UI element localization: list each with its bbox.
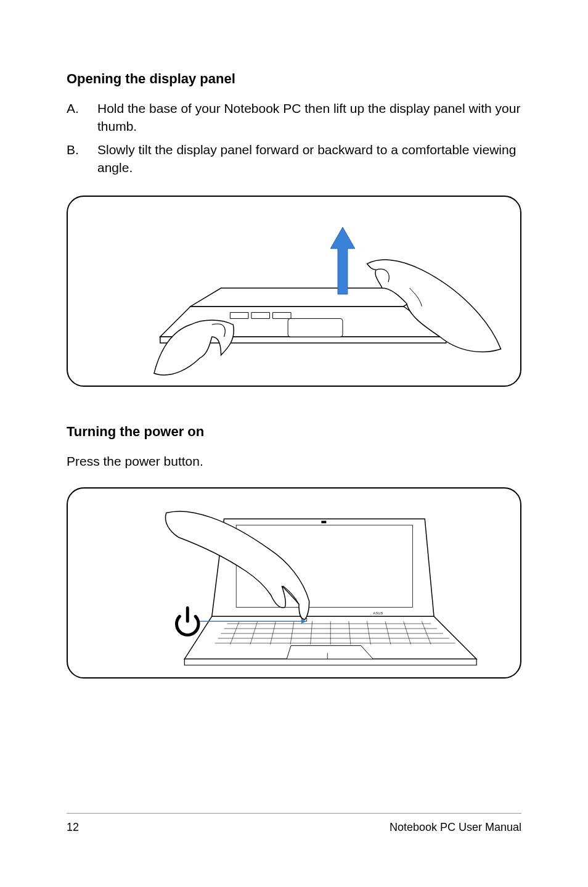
step-marker: B. [67,141,97,177]
opening-heading: Opening the display panel [67,71,521,87]
power-on-illustration: ASUS [67,487,521,679]
list-item: B. Slowly tilt the display panel forward… [67,141,521,177]
svg-rect-0 [288,318,343,337]
page-content: Opening the display panel A. Hold the ba… [0,0,588,679]
list-item: A. Hold the base of your Notebook PC the… [67,99,521,136]
opening-steps: A. Hold the base of your Notebook PC the… [67,99,521,177]
power-icon [174,608,201,635]
step-text: Hold the base of your Notebook PC then l… [97,99,521,136]
page-number: 12 [67,821,79,834]
doc-title: Notebook PC User Manual [390,821,521,834]
svg-text:ASUS: ASUS [373,611,383,615]
open-display-illustration [67,196,521,387]
step-text: Slowly tilt the display panel forward or… [97,141,521,177]
poweron-text: Press the power button. [67,452,521,470]
poweron-heading: Turning the power on [67,424,521,440]
step-marker: A. [67,99,97,136]
svg-rect-3 [321,521,326,523]
page-footer: 12 Notebook PC User Manual [67,813,521,834]
